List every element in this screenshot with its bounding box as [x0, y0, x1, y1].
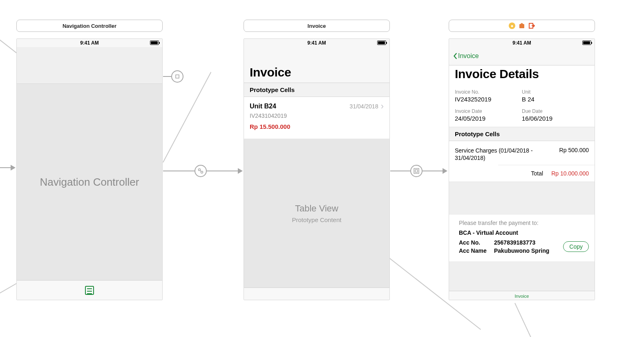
- svg-line-2: [200, 171, 201, 171]
- statusbar: 9:41 AM: [244, 39, 389, 47]
- device-frame: 9:41 AM Invoice Invoice Details Invoice …: [449, 38, 595, 300]
- prototype-cells-header: Prototype Cells: [449, 127, 595, 141]
- chevron-left-icon: [453, 53, 457, 59]
- scene-invoice[interactable]: Invoice 9:41 AM Invoice Prototype Cells …: [244, 20, 390, 300]
- payment-info: Please transfer the payment to: BCA - Vi…: [449, 215, 595, 261]
- tab-label[interactable]: Invoice: [449, 291, 595, 300]
- device-frame: 9:41 AM Navigation Controller: [16, 38, 163, 300]
- back-button[interactable]: Invoice: [453, 52, 479, 60]
- acc-no-value: 2567839183773: [494, 239, 563, 246]
- statusbar: 9:41 AM: [17, 39, 162, 47]
- invoice-cell-amount: Rp 15.500.000: [250, 123, 384, 130]
- invoice-cell-date: 31/04/2018: [350, 103, 378, 110]
- total-value: Rp 10.000.000: [551, 170, 589, 177]
- charge-row: Service Charges (01/04/2018 - 31/04/2018…: [449, 141, 595, 165]
- segue-show-icon[interactable]: [410, 165, 423, 177]
- tabbar[interactable]: [17, 280, 162, 300]
- page-title: Invoice Details: [455, 67, 589, 81]
- statusbar: 9:41 AM: [449, 39, 595, 47]
- tabbar[interactable]: [244, 288, 389, 300]
- exit-icon: [528, 22, 535, 29]
- scene-titlebar[interactable]: ●: [449, 20, 595, 32]
- statusbar-time: 9:41 AM: [307, 40, 326, 46]
- copy-button[interactable]: Copy: [563, 241, 589, 252]
- invoice-meta-grid: Invoice No. IV243252019 Unit B 24 Invoic…: [449, 84, 595, 127]
- acc-no-label: Acc No.: [459, 239, 494, 246]
- invoice-cell-unit: Unit B24: [250, 103, 276, 110]
- invoice-no-label: Invoice No.: [455, 89, 522, 95]
- unit-label: Unit: [522, 89, 589, 95]
- payment-hint: Please transfer the payment to:: [459, 220, 589, 226]
- scene-title: Invoice: [308, 23, 326, 29]
- payment-bank: BCA - Virtual Account: [459, 229, 589, 236]
- due-date-label: Due Date: [522, 108, 589, 114]
- page-title: Invoice: [250, 65, 384, 79]
- segue-present-icon[interactable]: [171, 70, 183, 83]
- invoice-date-value: 24/05/2019: [455, 115, 522, 122]
- charge-description: Service Charges (01/04/2018 - 31/04/2018…: [455, 147, 537, 162]
- battery-icon: [377, 40, 386, 45]
- unit-value: B 24: [522, 96, 589, 103]
- device-frame: 9:41 AM Invoice Prototype Cells Unit B24…: [244, 38, 390, 300]
- svg-rect-3: [176, 75, 179, 78]
- battery-icon: [582, 40, 591, 45]
- charge-amount: Rp 500.000: [559, 147, 589, 162]
- scene-titlebar[interactable]: Invoice: [244, 20, 390, 32]
- svg-rect-6: [519, 24, 524, 28]
- svg-rect-5: [415, 170, 418, 172]
- prototype-cells-header: Prototype Cells: [244, 83, 389, 97]
- acc-name-value: Pakubuwono Spring: [494, 247, 563, 254]
- viewcontroller-icon: ●: [509, 22, 515, 29]
- due-date-value: 16/06/2019: [522, 115, 589, 122]
- tableview-placeholder: Table View Prototype Content: [244, 139, 389, 288]
- invoice-no-value: IV243252019: [455, 96, 522, 103]
- navbar: Invoice: [449, 47, 595, 65]
- invoice-cell-number: IV2431042019: [250, 112, 384, 119]
- statusbar-time: 9:41 AM: [80, 40, 99, 46]
- total-row: Total Rp 10.000.000: [498, 165, 595, 182]
- storyboard-canvas[interactable]: Navigation Controller 9:41 AM Navigation…: [0, 0, 644, 337]
- scene-navigation-controller[interactable]: Navigation Controller 9:41 AM Navigation…: [16, 20, 163, 300]
- svg-point-0: [198, 169, 200, 171]
- scene-invoice-details[interactable]: ● 9:41 AM Invoice Invoice: [449, 20, 595, 300]
- battery-icon: [150, 40, 159, 45]
- total-label: Total: [531, 170, 543, 177]
- acc-name-label: Acc Name: [459, 247, 494, 254]
- statusbar-time: 9:41 AM: [512, 40, 531, 46]
- chevron-right-icon: ›: [381, 101, 384, 112]
- svg-rect-4: [414, 168, 419, 173]
- nav-placeholder: Navigation Controller: [17, 84, 162, 280]
- svg-point-1: [201, 171, 203, 173]
- first-responder-icon: [519, 22, 525, 29]
- segue-relationship-icon[interactable]: [195, 165, 207, 177]
- scene-title: Navigation Controller: [63, 23, 116, 29]
- scene-titlebar[interactable]: Navigation Controller: [16, 20, 163, 32]
- invoice-date-label: Invoice Date: [455, 108, 522, 114]
- invoice-cell[interactable]: Unit B24 31/04/2018 › IV2431042019 Rp 15…: [244, 97, 389, 135]
- list-icon[interactable]: [85, 286, 94, 295]
